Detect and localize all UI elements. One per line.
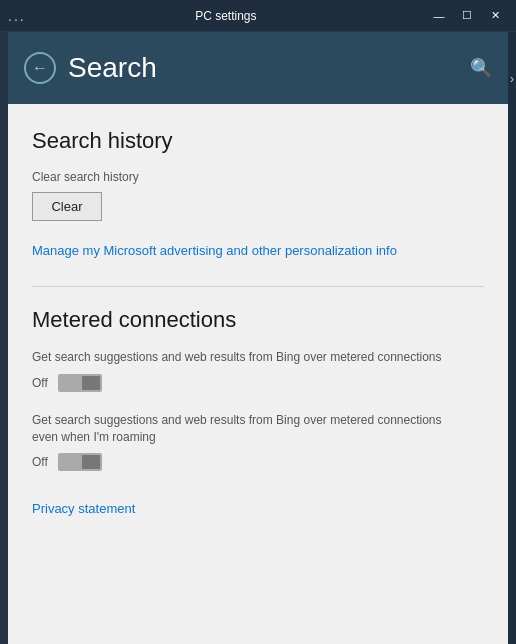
title-bar: ... PC settings — ☐ ✕ [0, 0, 516, 32]
toggle-section-2: Get search suggestions and web results f… [32, 412, 484, 472]
scroll-arrow-icon: › [510, 72, 514, 86]
back-button[interactable]: ← [24, 52, 56, 84]
main-content: Search history Clear search history Clea… [8, 104, 508, 644]
toggle-2-row: Off [32, 453, 484, 471]
minimize-button[interactable]: — [426, 6, 452, 26]
close-button[interactable]: ✕ [482, 6, 508, 26]
header-left: ← Search [24, 52, 157, 84]
metered-connections-title: Metered connections [32, 307, 484, 333]
toggle-2-label: Off [32, 455, 48, 469]
toggle-1-switch[interactable] [58, 374, 102, 392]
title-bar-controls: — ☐ ✕ [426, 6, 508, 26]
page-title: Search [68, 52, 157, 84]
clear-button[interactable]: Clear [32, 192, 102, 221]
search-icon[interactable]: 🔍 [470, 57, 492, 79]
toggle-1-label: Off [32, 376, 48, 390]
search-history-title: Search history [32, 128, 484, 154]
clear-search-label: Clear search history [32, 170, 484, 184]
title-bar-title: PC settings [26, 9, 426, 23]
toggle-2-switch[interactable] [58, 453, 102, 471]
right-strip: › [508, 32, 516, 644]
metered-connections-section: Metered connections Get search suggestio… [32, 307, 484, 517]
toggle-1-desc: Get search suggestions and web results f… [32, 349, 452, 366]
toggle-section-1: Get search suggestions and web results f… [32, 349, 484, 392]
back-arrow-icon: ← [32, 59, 48, 77]
header: ← Search 🔍 [8, 32, 508, 104]
divider [32, 286, 484, 287]
privacy-link[interactable]: Privacy statement [32, 501, 135, 516]
toggle-1-row: Off [32, 374, 484, 392]
title-bar-dots: ... [8, 8, 26, 24]
search-history-section: Search history Clear search history Clea… [32, 128, 484, 286]
sidebar-strip [0, 32, 8, 644]
manage-link[interactable]: Manage my Microsoft advertising and othe… [32, 243, 397, 258]
toggle-2-desc: Get search suggestions and web results f… [32, 412, 452, 446]
restore-button[interactable]: ☐ [454, 6, 480, 26]
